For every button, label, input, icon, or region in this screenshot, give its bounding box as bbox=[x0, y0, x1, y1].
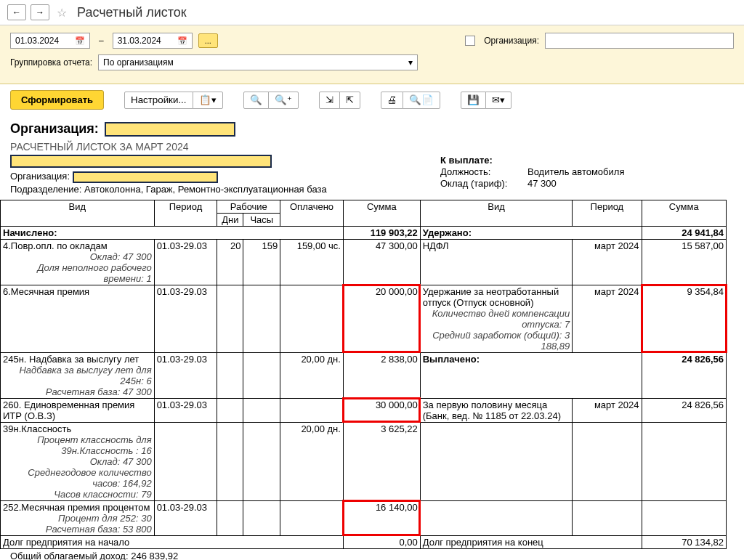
accr-row: 252.Месячная премия процентомПроцент для… bbox=[1, 500, 155, 535]
preview-button[interactable]: 🔍📄 bbox=[403, 92, 440, 109]
debt-end-label: Долг предприятия на конец bbox=[420, 535, 642, 548]
taxable-label: Общий облагаемый доход: bbox=[10, 551, 129, 560]
post-value: Водитель автомобиля bbox=[527, 166, 624, 177]
accr-row: 245н. Надбавка за выслугу летНадбавка за… bbox=[1, 352, 155, 398]
accr-row: 260. Единовременная премия ИТР (О.В.З) bbox=[1, 398, 155, 422]
find-next-button[interactable]: 🔍⁺ bbox=[268, 92, 299, 109]
th-summa2: Сумма bbox=[642, 200, 727, 226]
nav-back-button[interactable]: ← bbox=[7, 4, 26, 20]
th-summa: Сумма bbox=[343, 200, 420, 226]
accrued-label: Начислено: bbox=[1, 226, 344, 239]
subdiv-label: Подразделение: bbox=[10, 184, 81, 195]
payslip-title: РАСЧЕТНЫЙ ЛИСТОК ЗА МАРТ 2024 bbox=[10, 141, 716, 153]
date-to-input[interactable]: 31.03.2024 📅 bbox=[113, 33, 193, 49]
ded-row: НДФЛ bbox=[420, 239, 573, 285]
chevron-down-icon: ▾ bbox=[408, 57, 413, 68]
page-title: Расчетный листок bbox=[77, 5, 187, 20]
dash-separator: – bbox=[99, 36, 104, 46]
debt-start-label: Долг предприятия на начало bbox=[1, 535, 344, 548]
collapse-button[interactable]: ⇱ bbox=[339, 92, 360, 109]
accrued-total: 119 903,22 bbox=[343, 226, 420, 239]
payslip-table: Вид Период Рабочие Оплачено Сумма Вид Пе… bbox=[0, 200, 727, 549]
debt-start-value: 0,00 bbox=[343, 535, 420, 548]
org-header-label: Организация: bbox=[10, 121, 99, 137]
print-button[interactable]: 🖨 bbox=[381, 92, 403, 109]
paid-row: За первую половину месяца (Банк, вед. № … bbox=[420, 398, 573, 422]
date-to-value: 31.03.2024 bbox=[118, 36, 161, 46]
th-dni: Дни bbox=[217, 213, 243, 226]
toolbar-top: ← → ☆ Расчетный листок bbox=[0, 0, 744, 25]
redacted-org bbox=[105, 122, 235, 137]
nav-forward-button[interactable]: → bbox=[31, 4, 49, 20]
th-period: Период bbox=[154, 200, 217, 226]
taxable-value: 246 839,92 bbox=[131, 551, 178, 560]
ded-row: Удержание за неотработанный отпуск (Отпу… bbox=[420, 285, 573, 352]
debt-end-value: 70 134,82 bbox=[642, 535, 727, 548]
org2-label: Организация: bbox=[10, 171, 70, 182]
calendar-icon[interactable]: 📅 bbox=[177, 36, 187, 46]
date-from-input[interactable]: 01.03.2024 📅 bbox=[10, 33, 90, 49]
favorite-icon[interactable]: ☆ bbox=[57, 6, 67, 20]
find-button[interactable]: 🔍 bbox=[243, 92, 269, 109]
th-vid2: Вид bbox=[420, 200, 573, 226]
th-period2: Период bbox=[573, 200, 642, 226]
expand-button[interactable]: ⇲ bbox=[319, 92, 340, 109]
group-select-value: По организациям bbox=[103, 57, 174, 68]
generate-button[interactable]: Сформировать bbox=[10, 90, 104, 110]
settings-button[interactable]: Настройки... bbox=[124, 92, 193, 109]
paid-total: 24 826,56 bbox=[642, 352, 727, 398]
org-input[interactable] bbox=[545, 33, 734, 49]
action-bar: Сформировать Настройки... 📋▾ 🔍 🔍⁺ ⇲ ⇱ 🖨 … bbox=[0, 84, 744, 115]
redacted-org2 bbox=[73, 171, 218, 183]
th-rabochie: Рабочие bbox=[217, 200, 280, 213]
filter-bar: 01.03.2024 📅 – 31.03.2024 📅 ... Организа… bbox=[0, 25, 744, 84]
subdiv-value: Автоколонна, Гараж, Ремонтно-эксплуатаци… bbox=[84, 184, 327, 195]
accr-row: 6.Месячная премия bbox=[1, 285, 155, 352]
email-button[interactable]: ✉▾ bbox=[485, 92, 512, 109]
deducted-total: 24 941,84 bbox=[642, 226, 727, 239]
deducted-label: Удержано: bbox=[420, 226, 642, 239]
group-label: Группировка отчета: bbox=[10, 57, 92, 68]
paid-label: Выплачено: bbox=[420, 352, 642, 398]
th-oplacheno: Оплачено bbox=[280, 200, 344, 226]
accr-row: 4.Повр.опл. по окладамОклад: 47 300 Доля… bbox=[1, 239, 155, 285]
th-chasy: Часы bbox=[243, 213, 280, 226]
post-label: Должность: bbox=[440, 166, 527, 177]
salary-label: Оклад (тариф): bbox=[440, 178, 527, 189]
org-checkbox[interactable] bbox=[465, 36, 475, 46]
salary-value: 47 300 bbox=[527, 178, 557, 189]
date-pick-button[interactable]: ... bbox=[198, 33, 218, 48]
save-button[interactable]: 💾 bbox=[461, 92, 486, 109]
report-area: Организация: РАСЧЕТНЫЙ ЛИСТОК ЗА МАРТ 20… bbox=[0, 115, 744, 560]
redacted-name bbox=[10, 155, 272, 168]
kvyplate-label: К выплате: bbox=[440, 155, 716, 166]
th-vid: Вид bbox=[1, 200, 155, 226]
accr-row: 39н.КлассностьПроцент классность для 39н… bbox=[1, 422, 155, 500]
group-select[interactable]: По организациям ▾ bbox=[98, 54, 418, 70]
settings-drop-button[interactable]: 📋▾ bbox=[193, 92, 223, 109]
date-from-value: 01.03.2024 bbox=[15, 36, 59, 46]
org-checkbox-label: Организация: bbox=[484, 36, 539, 46]
calendar-icon[interactable]: 📅 bbox=[75, 36, 85, 46]
